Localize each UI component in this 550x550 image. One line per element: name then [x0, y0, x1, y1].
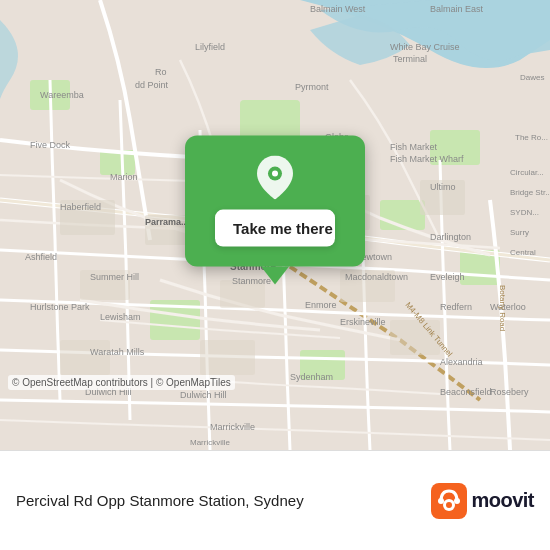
svg-text:Erskineville: Erskineville [340, 317, 386, 327]
svg-text:dd Point: dd Point [135, 80, 169, 90]
svg-text:Five Dock: Five Dock [30, 140, 71, 150]
moovit-logo: moovit [431, 483, 534, 519]
svg-text:Lilyfield: Lilyfield [195, 42, 225, 52]
svg-text:Dawes: Dawes [520, 73, 544, 82]
svg-text:Eveleigh: Eveleigh [430, 272, 465, 282]
svg-text:Fish Market: Fish Market [390, 142, 438, 152]
svg-text:Beaconsfield: Beaconsfield [440, 387, 492, 397]
svg-text:Alexandria: Alexandria [440, 357, 483, 367]
svg-text:Balmain West: Balmain West [310, 4, 366, 14]
svg-text:Ultimo: Ultimo [430, 182, 456, 192]
svg-text:Marrickville: Marrickville [190, 438, 231, 447]
svg-point-72 [446, 502, 452, 508]
svg-text:SYDN...: SYDN... [510, 208, 539, 217]
svg-text:Sydenham: Sydenham [290, 372, 333, 382]
popup-tail [261, 267, 289, 285]
svg-text:Lewisham: Lewisham [100, 312, 141, 322]
svg-text:The Ro...: The Ro... [515, 133, 548, 142]
svg-text:Balmain East: Balmain East [430, 4, 484, 14]
take-me-there-button[interactable]: Take me there [215, 210, 335, 247]
svg-text:Enmore: Enmore [305, 300, 337, 310]
svg-rect-17 [200, 340, 255, 375]
svg-text:Summer Hill: Summer Hill [90, 272, 139, 282]
svg-text:Redfern: Redfern [440, 302, 472, 312]
svg-text:Fish Market Wharf: Fish Market Wharf [390, 154, 464, 164]
svg-text:Hurlstone Park: Hurlstone Park [30, 302, 90, 312]
svg-text:Central: Central [510, 248, 536, 257]
svg-text:Ro: Ro [155, 67, 167, 77]
svg-rect-16 [60, 340, 110, 375]
popup-card: Take me there [185, 136, 365, 267]
svg-text:Dulwich Hill: Dulwich Hill [180, 390, 227, 400]
svg-point-69 [272, 171, 278, 177]
info-bar: Percival Rd Opp Stanmore Station, Sydney… [0, 450, 550, 550]
moovit-icon [431, 483, 467, 519]
svg-point-73 [438, 498, 444, 504]
map-container: Wareemba Five Dock Haberfield Ashfield H… [0, 0, 550, 450]
svg-text:Pyrmont: Pyrmont [295, 82, 329, 92]
svg-point-74 [454, 498, 460, 504]
svg-text:Surry: Surry [510, 228, 529, 237]
svg-text:White Bay Cruise: White Bay Cruise [390, 42, 460, 52]
svg-text:Botany Road: Botany Road [498, 285, 507, 331]
station-name: Percival Rd Opp Stanmore Station, Sydney [16, 492, 431, 509]
svg-text:Darlington: Darlington [430, 232, 471, 242]
popup-overlay: Take me there [175, 136, 375, 285]
svg-text:Terminal: Terminal [393, 54, 427, 64]
station-info: Percival Rd Opp Stanmore Station, Sydney [16, 492, 431, 509]
svg-text:Waratah Mills: Waratah Mills [90, 347, 145, 357]
svg-text:Wareemba: Wareemba [40, 90, 84, 100]
svg-text:Rosebery: Rosebery [490, 387, 529, 397]
svg-text:Marion: Marion [110, 172, 138, 182]
svg-text:Ashfield: Ashfield [25, 252, 57, 262]
svg-text:Bridge Str...: Bridge Str... [510, 188, 550, 197]
svg-text:Circular...: Circular... [510, 168, 544, 177]
svg-text:Marrickville: Marrickville [210, 422, 255, 432]
svg-rect-1 [240, 100, 300, 140]
svg-text:Haberfield: Haberfield [60, 202, 101, 212]
copyright-text: © OpenStreetMap contributors | © OpenMap… [8, 375, 235, 390]
location-pin-icon [253, 156, 297, 200]
moovit-text: moovit [471, 489, 534, 512]
